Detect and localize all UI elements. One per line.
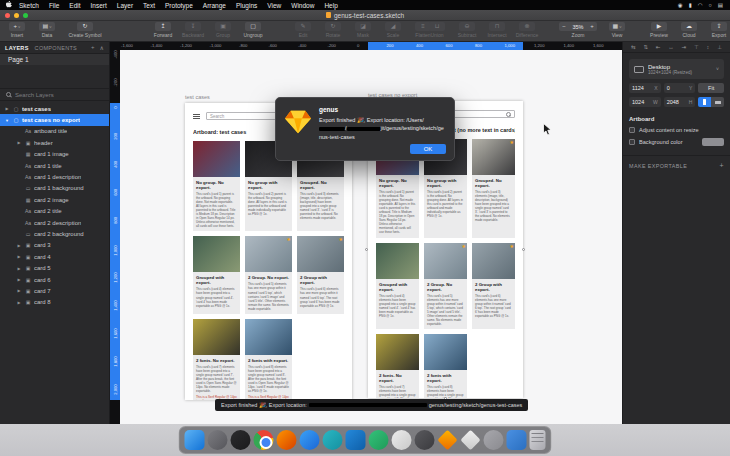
card[interactable]: ★ 2 Group with export. This card's (card… (297, 236, 344, 313)
align-bottom-icon[interactable]: ⊥ (717, 44, 722, 50)
gray-app-icon[interactable] (484, 430, 504, 450)
android-studio-icon[interactable] (369, 430, 389, 450)
data-button[interactable]: ▤˅ Data (34, 22, 60, 38)
menu-item[interactable]: Help (319, 2, 342, 9)
disclosure-arrow-icon[interactable]: ▼ (4, 118, 10, 123)
ok-button[interactable]: OK (410, 144, 446, 154)
card[interactable]: ★ 2 fonts with export. This card's (card… (245, 319, 292, 400)
card[interactable]: ★ 2 fonts. No export. This card's (card … (193, 319, 240, 400)
disclosure-arrow-icon[interactable]: ▶ (16, 300, 22, 305)
landscape-orientation-button[interactable] (711, 97, 724, 107)
card[interactable]: ★ Grouped with export. This card's (card… (376, 243, 419, 329)
disclosure-arrow-icon[interactable]: ▶ (16, 140, 22, 145)
zoom-window-button[interactable] (23, 13, 28, 18)
card[interactable]: ★ No group. No export. This card's (card… (193, 141, 240, 231)
card[interactable]: ★ 2 Group. No export. This card's (card … (245, 236, 292, 313)
distribute-vertical-icon[interactable]: ⇅ (643, 44, 648, 50)
disclosure-arrow-icon[interactable]: ▶ (16, 254, 22, 259)
cloud-button[interactable]: ☁˅ Cloud (676, 22, 702, 38)
align-right-icon[interactable]: ⇥ (682, 44, 687, 50)
layer-row[interactable]: Aa card 2 title (0, 206, 109, 217)
zoom-out-button[interactable]: − (559, 22, 569, 31)
disclosure-arrow-icon[interactable]: ▶ (16, 243, 22, 248)
y-position-field[interactable]: 0Y (664, 83, 696, 93)
chrome-icon[interactable] (254, 430, 274, 450)
menu-item[interactable]: Prototype (160, 2, 198, 9)
layer-row[interactable]: ▶ ▣ card 8 (0, 297, 109, 308)
width-field[interactable]: 1024W (629, 97, 661, 107)
white-diamond-app-icon[interactable] (460, 430, 480, 450)
layer-row[interactable]: Aa card 1 description (0, 171, 109, 182)
layer-search[interactable]: Search Layers (0, 89, 109, 101)
subtract-button[interactable]: ⊖˅ Subtract (454, 22, 480, 38)
menu-item[interactable]: Plugins (231, 2, 262, 9)
menu-item[interactable]: Window (286, 2, 319, 9)
x-position-field[interactable]: 1124X (629, 83, 661, 93)
teal-app-icon[interactable] (323, 430, 343, 450)
menu-item[interactable]: Sketch (14, 2, 44, 9)
layer-row[interactable]: Aa artboard title (0, 126, 109, 137)
height-field[interactable]: 2048H (664, 97, 696, 107)
group-button[interactable]: ▣˅ Group (210, 22, 236, 38)
ungroup-button[interactable]: ▢˅ Ungroup (240, 22, 266, 38)
menu-item[interactable]: Insert (86, 2, 112, 9)
portrait-orientation-button[interactable] (698, 97, 711, 107)
add-page-button[interactable]: + (91, 44, 95, 51)
layer-row[interactable]: ▼ ▢ test cases no export (0, 114, 109, 125)
preview-button[interactable]: ▶˅ Preview (646, 22, 672, 38)
selection-handle[interactable] (522, 248, 525, 251)
card[interactable]: ★ 2 Group. No export. This card's (card … (424, 243, 467, 329)
card[interactable]: ★ 2 fonts. No export. This card's (card … (376, 334, 419, 398)
distribute-horizontal-icon[interactable]: ⇆ (631, 44, 636, 50)
tab-layers[interactable]: LAYERS (5, 45, 29, 51)
backward-button[interactable]: ↧˅ Backward (180, 22, 206, 38)
light-app-icon[interactable] (392, 430, 412, 450)
background-color-checkbox[interactable] (629, 139, 635, 145)
tab-components[interactable]: COMPONENTS (35, 45, 77, 51)
battery-icon[interactable]: ▮ (686, 2, 695, 8)
layer-row[interactable]: ▶ ▣ card 6 (0, 274, 109, 285)
finder-icon[interactable] (185, 430, 205, 450)
layer-row[interactable]: ▭ card 1 background (0, 183, 109, 194)
layer-row[interactable]: ▶ ▣ header (0, 137, 109, 148)
safari-icon[interactable] (300, 430, 320, 450)
disclosure-arrow-icon[interactable]: ▶ (16, 277, 22, 282)
card[interactable]: ★ Grouped. No export. This card's (card … (472, 139, 515, 238)
layer-row[interactable]: ▦ card 2 image (0, 194, 109, 205)
screen-record-icon[interactable]: ◉ (675, 2, 686, 8)
layer-row[interactable]: ▶ ▣ card 3 (0, 240, 109, 251)
layer-row[interactable]: ▶ ▣ card 7 (0, 285, 109, 296)
apple-menu-icon[interactable] (4, 1, 14, 9)
wifi-icon[interactable]: ◠ (695, 2, 706, 8)
align-middle-icon[interactable]: ↕ (707, 44, 710, 50)
view-button[interactable]: ▦˅ View (604, 22, 630, 38)
sketch-icon[interactable] (437, 430, 457, 450)
card[interactable]: ★ Grouped with export. This card's (card… (193, 236, 240, 313)
firefox-icon[interactable] (277, 430, 297, 450)
layer-row[interactable]: Aa card 1 title (0, 160, 109, 171)
export-button[interactable]: ⇪˅ Export (706, 22, 730, 38)
forward-button[interactable]: ↥˅ Forward (150, 22, 176, 38)
layer-row[interactable]: ▶ ▢ test cases (0, 103, 109, 114)
artboard-title[interactable]: test cases (185, 94, 210, 100)
dark-app-icon[interactable] (415, 430, 435, 450)
union-button[interactable]: ⊔˅ Union (424, 22, 450, 38)
background-color-swatch[interactable] (702, 138, 724, 146)
align-left-icon[interactable]: ⇤ (656, 44, 661, 50)
disclosure-arrow-icon[interactable]: ▶ (16, 266, 22, 271)
edit-button[interactable]: ✎˅ Edit (290, 22, 316, 38)
menu-item[interactable]: File (44, 2, 64, 9)
collapse-pages-icon[interactable]: ∧ (100, 44, 104, 51)
layer-row[interactable]: ▶ ▣ card 5 (0, 262, 109, 273)
disclosure-arrow-icon[interactable]: ▶ (4, 106, 10, 111)
disclosure-arrow-icon[interactable]: ▶ (16, 288, 22, 293)
intersect-button[interactable]: ⊓˅ Intersect (484, 22, 510, 38)
vscode-icon[interactable] (346, 430, 366, 450)
layer-row[interactable]: ▶ ▣ card 4 (0, 251, 109, 262)
menu-item[interactable]: Layer (112, 2, 138, 9)
menu-item[interactable]: Arrange (198, 2, 231, 9)
align-top-icon[interactable]: ⊤ (694, 44, 699, 50)
zoom-in-button[interactable]: + (587, 22, 597, 31)
minimize-window-button[interactable] (14, 13, 19, 18)
menu-item[interactable]: View (262, 2, 286, 9)
